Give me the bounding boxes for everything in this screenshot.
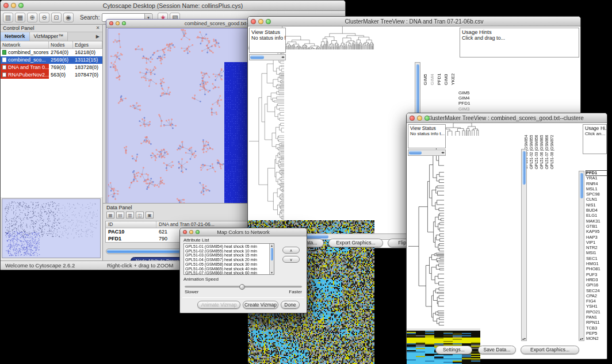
gene-label[interactable]: SPC98 (586, 192, 607, 197)
close-button[interactable] (251, 19, 256, 24)
gene-label[interactable]: MON2 (586, 336, 607, 341)
attribute-item[interactable]: GPL51-03 (GSM856) heat shock 15 min (185, 253, 269, 258)
minimize-button[interactable] (189, 230, 193, 234)
done-button[interactable]: Done (281, 301, 300, 309)
gene-label[interactable]: YRA1 (586, 176, 607, 181)
list-vscrollbar[interactable]: ▲ ▼ (269, 244, 274, 274)
gene-label[interactable]: PAN1 (586, 315, 607, 320)
heatmap-vscrollbar[interactable]: ▴▾ (521, 149, 527, 341)
gene-label[interactable]: MSL1 (586, 187, 607, 191)
attribute-column-header[interactable]: ID (106, 221, 156, 228)
gene-label[interactable]: NTR2 (586, 246, 607, 250)
close-button[interactable] (183, 230, 187, 234)
gene-label[interactable]: PUF3 (586, 273, 607, 277)
network-table-column-header[interactable]: Network (1, 41, 49, 48)
gene-label[interactable]: MSI1 (586, 251, 607, 255)
zoom-out-icon[interactable]: ⊖ (39, 13, 49, 22)
network-table-column-header[interactable]: Edges (73, 41, 102, 48)
gene-label[interactable]: GPI16 (586, 283, 607, 288)
animation-speed-slider[interactable] (185, 286, 302, 288)
export-graphics-button[interactable]: Export Graphics... (521, 346, 579, 354)
scrollbar-thumb[interactable] (522, 151, 526, 185)
gene-label[interactable]: PHO81 (586, 267, 607, 271)
slider-thumb[interactable] (239, 284, 245, 290)
attribute-item[interactable]: GPL51-05 (GSM858) heat shock 30 min (185, 262, 269, 267)
gene-label[interactable]: HRD3 (586, 278, 607, 282)
animate-vizmap-button[interactable]: Animate Vizmap (197, 301, 240, 309)
scrollbar-arrows-icon[interactable]: ◂▸ (441, 150, 445, 155)
create-vizmap-button[interactable]: Create Vizmap (243, 301, 278, 309)
scrollbar-thumb[interactable] (416, 64, 419, 114)
network-table-row[interactable]: DNA and Tran 0...769(0)183728(0) (1, 64, 102, 71)
open-icon[interactable]: ▥ (3, 13, 13, 22)
zoom-button[interactable] (266, 19, 271, 24)
tab-vizmapper[interactable]: VizMapper™ (30, 32, 68, 41)
zoom-selected-icon[interactable]: ◉ (63, 13, 74, 22)
scrollbar-arrows-icon[interactable]: ◂▸ (281, 55, 285, 60)
gene-label[interactable]: YSH1 (586, 304, 607, 309)
scroll-down-icon[interactable]: ▼ (270, 271, 274, 274)
new-attribute-icon[interactable]: ◫ (136, 212, 144, 219)
scrollbar-arrows-icon[interactable]: ▴▾ (579, 336, 584, 340)
move-down-button[interactable]: ∨ (282, 256, 300, 263)
tree-hscrollbar[interactable]: ◂▸ (408, 150, 446, 156)
gene-label[interactable]: SEC1 (586, 256, 607, 261)
treeview-dna-titlebar[interactable]: ClusterMaker TreeView : DNA and Tran 07-… (248, 17, 580, 26)
gene-label[interactable]: BUD4 (586, 208, 607, 213)
gene-label[interactable]: KAP95 (586, 229, 607, 234)
close-button[interactable] (3, 3, 9, 8)
dialog-titlebar[interactable]: Map Colors to Network (180, 228, 307, 236)
gene-label[interactable]: NIS1 (586, 203, 607, 208)
zoom-button[interactable] (18, 3, 24, 8)
network-table-column-header[interactable]: Nodes (49, 41, 73, 48)
main-titlebar[interactable]: Cytoscape Desktop (Session Name: collins… (1, 1, 345, 11)
network-table-row[interactable]: combined_scores2764(0)16218(0) (1, 49, 102, 56)
gene-label[interactable]: CPA2 (586, 294, 607, 298)
close-icon[interactable]: ✕ (95, 25, 101, 30)
move-up-button[interactable]: ∧ (282, 247, 300, 254)
network-table-row[interactable]: RNAPuberNov2...563(0)107847(0) (1, 71, 102, 79)
close-button[interactable] (410, 116, 415, 121)
tab-network[interactable]: Network (1, 32, 30, 41)
gene-label[interactable]: HAP3 (586, 235, 607, 240)
zoom-vscrollbar[interactable]: ▴▾ (579, 171, 584, 341)
network-overview-thumbnail[interactable] (2, 199, 100, 258)
attribute-item[interactable]: GPL51-04 (GSM857) heat shock 20 min (185, 258, 269, 262)
gene-label[interactable]: FIG4 (586, 299, 607, 304)
scrollbar-thumb[interactable] (409, 151, 422, 155)
attribute-list[interactable]: GPL51-01 (GSM854) heat shock 05 minGPL51… (183, 243, 274, 275)
zoom-fit-icon[interactable]: ⊡ (51, 13, 62, 22)
row-dendrogram[interactable] (248, 50, 285, 220)
zoom-button[interactable] (424, 116, 430, 121)
scrollbar-arrows-icon[interactable]: ▴▾ (522, 336, 526, 340)
scroll-up-icon[interactable]: ▲ (270, 244, 274, 247)
attribute-item[interactable]: GPL51-06 (GSM865) heat shock 40 min (185, 267, 269, 271)
save-icon[interactable]: ▦ (15, 13, 25, 22)
tab-overflow-arrow-icon[interactable]: ▶ (93, 32, 102, 41)
save-data-button[interactable]: Save Data... (478, 346, 516, 354)
gene-label[interactable]: PFD1 (586, 171, 607, 175)
minimize-button[interactable] (11, 3, 16, 8)
select-attributes-icon[interactable]: ▦ (106, 212, 114, 219)
minimize-button[interactable] (258, 19, 263, 24)
row-dendrogram[interactable] (407, 136, 445, 328)
gene-label[interactable]: PEP5 (586, 331, 607, 336)
network-table-row[interactable]: combined_sco...2569(6)13112(15) (1, 56, 102, 64)
unselect-all-icon[interactable]: ▥ (126, 212, 134, 219)
gene-label[interactable]: MAK31 (586, 219, 607, 224)
gene-label[interactable]: CLN1 (586, 197, 607, 202)
gene-label[interactable]: RPN11 (586, 320, 607, 325)
import-attributes-icon[interactable]: ▣ (146, 212, 154, 219)
minimize-button[interactable] (116, 21, 120, 25)
gene-label[interactable]: VIP1 (586, 240, 607, 245)
minimize-button[interactable] (417, 116, 422, 121)
zoom-button[interactable] (196, 230, 200, 234)
select-all-icon[interactable]: ▤ (116, 212, 124, 219)
treeview-combined-titlebar[interactable]: ClusterMaker TreeView : combined_scores_… (407, 113, 607, 123)
gene-label[interactable]: RNR4 (586, 182, 607, 186)
attribute-item[interactable]: GPL51-01 (GSM854) heat shock 05 min (185, 244, 269, 249)
zoom-button[interactable] (122, 21, 126, 25)
gene-label[interactable]: TCB3 (586, 326, 607, 331)
gene-label[interactable]: SEC24 (586, 289, 607, 293)
attribute-item[interactable]: GPL51-02 (GSM855) heat shock 10 min (185, 249, 269, 254)
